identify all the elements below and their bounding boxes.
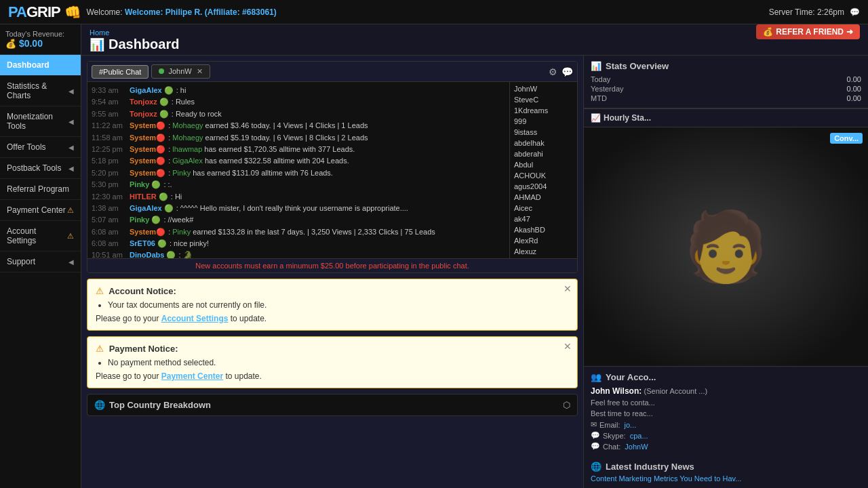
chat-message: 1:38 am GigaAlex 🟢 : ^^^^^ Hello mister,… — [90, 203, 507, 214]
account-settings-link[interactable]: Account Settings — [161, 314, 229, 323]
news-item[interactable]: Content Marketing Metrics You Need to Ha… — [591, 474, 861, 483]
top-country-title-text: Top Country Breakdown — [109, 400, 211, 410]
account-notice-footer: Please go to your Account Settings to up… — [96, 314, 569, 323]
stats-title: 📊 Stats Overview — [591, 61, 861, 71]
skype-value: cpa... — [630, 432, 648, 440]
online-dot — [159, 68, 164, 74]
sidebar-item-statistics[interactable]: Statistics & Charts ◀ — [0, 76, 81, 106]
user-list-item[interactable]: 1Kdreams — [511, 105, 576, 116]
chat-message: 9:54 am Tonjoxz 🟢 : Rules — [90, 96, 507, 108]
logo-fist: 👊 — [64, 5, 81, 20]
user-list-item[interactable]: agus2004 — [511, 181, 576, 192]
tab-public-chat[interactable]: #Public Chat — [92, 65, 149, 79]
sidebar-item-postback[interactable]: Postback Tools ◀ — [0, 158, 81, 179]
sidebar-revenue: Today's Revenue: 💰 $0.00 — [0, 24, 81, 55]
stats-row: MTD 0.00 — [591, 94, 861, 102]
chat-notice-text: New accounts must earn a minumum $25.00 … — [195, 262, 469, 270]
news-title-text: Latest Industry News — [606, 462, 694, 472]
chat-icons: ⚙ 💬 — [549, 66, 573, 77]
payment-notice-list: No payment method selected. — [108, 358, 569, 367]
payment-center-link[interactable]: Payment Center — [161, 371, 223, 381]
account-title-text: Your Acco... — [606, 372, 656, 382]
logo[interactable]: PAGRIP 👊 — [8, 3, 81, 21]
chat-bubble-icon[interactable]: 💬 — [561, 66, 573, 77]
user-list-item[interactable]: ACHOUK — [511, 170, 576, 181]
user-list-item[interactable]: AlexRd — [511, 235, 576, 246]
user-list-item[interactable]: AHMAD — [511, 192, 576, 203]
sidebar-statistics-label: Statistics & Charts — [7, 81, 68, 100]
revenue-amount: $0.00 — [19, 38, 43, 49]
user-list-item[interactable]: Aicec — [511, 203, 576, 214]
chat-notification-icon[interactable]: 💬 — [850, 7, 860, 17]
chat-row: 💬 Chat: JohnW — [591, 442, 861, 451]
user-list-item[interactable]: JohnW — [511, 83, 576, 94]
refer-banner[interactable]: 💰 REFER A FRIEND ➜ — [756, 24, 860, 39]
account-manager-role: (Senior Account ...) — [644, 387, 708, 395]
breadcrumb-home[interactable]: Home — [90, 28, 109, 37]
sidebar-monetization-label: Monetization Tools — [7, 112, 68, 131]
user-list-item[interactable]: Alexuz — [511, 246, 576, 257]
stats-title-text: Stats Overview — [606, 61, 669, 71]
user-list-item[interactable]: AkashBD — [511, 224, 576, 235]
account-notice: ✕ ⚠ Account Notice: Your tax documents a… — [87, 279, 578, 331]
sidebar-item-support[interactable]: Support ◀ — [0, 251, 81, 272]
account-notice-title-text: Account Notice: — [108, 286, 176, 296]
two-col-layout: #Public Chat JohnW ✕ ⚙ 💬 — [81, 56, 868, 488]
gear-icon[interactable]: ⚙ — [549, 66, 557, 77]
server-time: Server Time: 2:26pm — [769, 7, 844, 17]
skype-label: 💬 Skype: — [591, 431, 626, 440]
user-list-item[interactable]: ak47 — [511, 214, 576, 224]
sidebar-item-referral[interactable]: Referral Program — [0, 179, 81, 200]
sidebar-item-monetization[interactable]: Monetization Tools ◀ — [0, 106, 81, 137]
tab-johnw[interactable]: JohnW ✕ — [151, 64, 210, 79]
warning-icon: ⚠ — [67, 206, 74, 215]
header-right: Server Time: 2:26pm 💬 — [769, 7, 860, 17]
main-layout: Today's Revenue: 💰 $0.00 Dashboard Stati… — [0, 24, 868, 488]
account-notice-close[interactable]: ✕ — [564, 283, 572, 294]
chat-footer: New accounts must earn a minumum $25.00 … — [87, 258, 577, 272]
user-list-item[interactable]: 9istass — [511, 127, 576, 138]
chat-message: 11:58 am System🔴 : Mohaegy earned $5.19 … — [90, 132, 507, 144]
account-notice-list: Your tax documents are not currently on … — [108, 300, 569, 310]
chevron-icon: ◀ — [68, 87, 74, 95]
user-list-item[interactable]: Alucardk — [511, 257, 576, 258]
chat-message: 6:08 am SrET06 🟢 : nice pinky! — [90, 238, 507, 249]
sidebar-referral-label: Referral Program — [7, 184, 69, 194]
hourly-title-text: Hourly Sta... — [604, 113, 651, 123]
payment-notice-footer: Please go to your Payment Center to upda… — [96, 371, 569, 381]
chat-message: 9:33 am GigaAlex 🟢 : hi — [90, 85, 507, 96]
sidebar-dashboard-label: Dashboard — [7, 60, 50, 70]
sidebar-offer-label: Offer Tools — [7, 142, 46, 152]
user-list-item[interactable]: SteveC — [511, 94, 576, 105]
skype-icon: 💬 — [591, 431, 600, 440]
user-list-item[interactable]: abderahi — [511, 148, 576, 159]
warning-icon: ⚠ — [96, 286, 104, 296]
sidebar-item-dashboard[interactable]: Dashboard — [0, 55, 81, 76]
top-country-widget: 🌐 Top Country Breakdown ⬡ — [87, 394, 578, 416]
payment-notice-text2: to update. — [225, 371, 261, 381]
refer-arrow-icon: ➜ — [846, 27, 853, 37]
chat-message: 11:22 am System🔴 : Mohaegy earned $3.46 … — [90, 120, 507, 131]
payment-notice: ✕ ⚠ Payment Notice: No payment method se… — [87, 336, 578, 388]
page-title-text: Dashboard — [108, 37, 179, 52]
account-manager-row: John Wilson: (Senior Account ...) — [591, 386, 861, 396]
user-list-item[interactable]: abdelhak — [511, 138, 576, 148]
refer-label: REFER A FRIEND — [776, 27, 844, 37]
user-list-item[interactable]: 999 — [511, 116, 576, 127]
sidebar-item-account[interactable]: Account Settings ⚠ — [0, 221, 81, 251]
chat-body: 9:33 am GigaAlex 🟢 : hi 9:54 am Tonjoxz … — [87, 82, 577, 258]
sidebar-support-label: Support — [7, 257, 35, 266]
johnw-tab-label: JohnW — [168, 67, 191, 75]
breadcrumb[interactable]: Home — [90, 28, 860, 37]
chat-message: 9:55 am Tonjoxz 🟢 : Ready to rock — [90, 108, 507, 120]
expand-icon[interactable]: ⬡ — [563, 400, 570, 410]
revenue-label: Today's Revenue: — [5, 30, 75, 38]
chat-message: 10:51 am DinoDabs 🟢 : 🐊 — [90, 249, 507, 258]
sidebar-item-offer[interactable]: Offer Tools ◀ — [0, 137, 81, 158]
dashboard-icon: 📊 — [90, 37, 104, 52]
user-list-item[interactable]: Abdul — [511, 159, 576, 170]
close-tab-icon[interactable]: ✕ — [197, 67, 203, 75]
payment-notice-close[interactable]: ✕ — [564, 341, 572, 352]
your-account: 👥 Your Acco... John Wilson: (Senior Acco… — [584, 366, 868, 456]
sidebar-item-payment[interactable]: Payment Center ⚠ — [0, 200, 81, 221]
